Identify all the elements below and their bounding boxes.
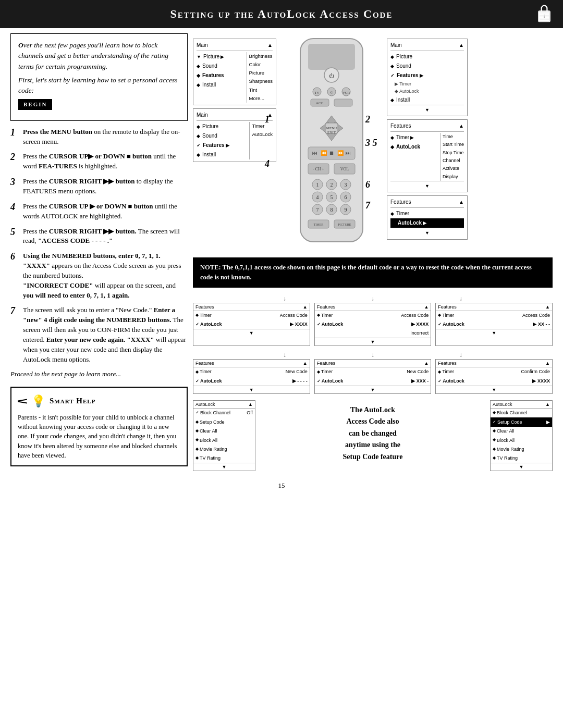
svg-text:TV: TV [314, 91, 319, 95]
svg-text:9: 9 [345, 207, 347, 213]
menu-title-bar-3: Main ▲ [390, 41, 464, 51]
new-code-screen-2: Features ▲ ◆Timer New Code ✓AutoLock ▶ X… [314, 359, 432, 394]
step-label-1: 1 [265, 114, 270, 125]
new-seq-timer-3: ◆Timer Confirm Code [436, 367, 552, 376]
svg-text:⏮: ⏮ [312, 150, 317, 156]
menu-item-install3: ◆Install [390, 95, 464, 105]
new-seq-title-1: Features ▲ [193, 360, 310, 367]
seq-title-3: Features ▲ [436, 303, 552, 311]
menu-title-bar-2: Main ▲ [197, 111, 273, 121]
step-num-2: 2 [10, 152, 21, 162]
svg-text:EXIT: EXIT [327, 130, 336, 134]
menu-screen-2: Main ▲ ◆Picture ◆Sound ✓Featur [193, 108, 276, 162]
autolock-setup-code: ◆Setup Code [193, 417, 255, 426]
seq-item-autolock-1: ✓AutoLock ▶ XXXX [193, 320, 310, 329]
step-text-2: Press the CURSOR UP▶ or DOWN ■ button un… [23, 152, 188, 171]
access-code-screen-3: Features ▲ ◆Timer Access Code ✓AutoLock … [435, 303, 553, 347]
autolock-setup-code-2: ✓Setup Code▶ [491, 417, 552, 426]
svg-text:©: © [330, 91, 333, 95]
svg-text:1: 1 [316, 182, 319, 188]
autolock-menu-1: AutoLock ▲ ✓Block ChannelOff ◆Setup Code… [193, 400, 255, 471]
new-code-screen-sequence: Features ▲ ◆Timer New Code ✓AutoLock ▶ -… [193, 359, 553, 394]
menu-item-install: ◆Install [197, 80, 244, 90]
svg-text:⏹: ⏹ [329, 150, 334, 156]
autolock-block-all-2: ◆Block All [491, 436, 552, 445]
autolock-block-channel: ✓Block ChannelOff [193, 409, 255, 417]
autolock-clear-all-2: ◆Clear All [491, 427, 552, 436]
autolock-clear-all: ◆Clear All [193, 427, 255, 436]
new-seq-autolock-3: ✓AutoLock ▶ XXXX [436, 377, 552, 386]
autolock-menu-2: AutoLock ▲ ◆Block Channel ✓Setup Code▶ ◆… [490, 400, 553, 471]
menu-item-picture3: ◆Picture [390, 52, 464, 61]
menu-screen-1: Main ▲ ▼Picture▶ ◆Sound ◆Featu [193, 39, 276, 105]
menu-screen-3: Main ▲ ◆Picture ◆Sound ✓Features▶ ▶ Time… [387, 39, 468, 116]
step-label-7: 7 [365, 200, 370, 211]
top-right-area: Main ▲ ▼Picture▶ ◆Sound ◆Featu [193, 33, 553, 252]
main-content: Over the next few pages you'll learn how… [0, 28, 563, 476]
step-6: 6 Using the NUMBERED buttons, enter 0, 7… [10, 251, 188, 300]
svg-text:TIMER: TIMER [314, 223, 324, 226]
proceed-text: Proceed to the next page to learn more..… [10, 369, 188, 379]
svg-text:VCR: VCR [342, 91, 350, 95]
autolock-desc-line5: Setup Code feature [343, 451, 403, 463]
note-text: NOTE: The 0,7,1,1 access code shown on t… [200, 264, 532, 281]
step-1: 1 Press the MENU button on the remote to… [10, 127, 188, 147]
svg-text:⏪: ⏪ [321, 150, 327, 156]
step-num-4: 4 [10, 202, 21, 212]
right-column: Main ▲ ▼Picture▶ ◆Sound ◆Featu [193, 33, 553, 471]
step-num-5: 5 [10, 227, 21, 237]
intro-paragraph2: First, let's start by learning how to se… [18, 75, 180, 96]
menu-screen-5: Features ▲ ◆Timer ✓AutoLock▶ ▼ [387, 195, 468, 239]
svg-text:5: 5 [331, 194, 333, 200]
note-box: NOTE: The 0,7,1,1 access code shown on t… [193, 257, 553, 288]
step-num-3: 3 [10, 177, 21, 187]
new-seq-title-2: Features ▲ [315, 360, 431, 367]
autolock-description: The AutoLock Access Code also can be cha… [260, 400, 486, 467]
menu-col-right: Main ▲ ◆Picture ◆Sound ✓Features▶ ▶ Time… [387, 39, 468, 240]
bottom-area: AutoLock ▲ ✓Block ChannelOff ◆Setup Code… [193, 400, 553, 471]
menu-item-sound: ◆Sound [197, 61, 244, 71]
step-text-4: Press the CURSOR UP ▶ or DOWN ■ button u… [23, 202, 188, 221]
step-label-4: 4 [265, 158, 270, 169]
menu-item-timer4: ◆Timer▶ [390, 133, 438, 142]
step-label-3: 3 5 [365, 138, 377, 149]
autolock-block-all: ◆Block All [193, 436, 255, 445]
step-5: 5 Press the CURSOR RIGHT ▶▶ button. The … [10, 227, 188, 246]
svg-text:ACC: ACC [316, 101, 324, 105]
autolock-desc-line2: Access Code also [343, 416, 403, 427]
autolock-desc-line1: The AutoLock [343, 404, 403, 416]
menu-title-bar-5: Features ▲ [390, 198, 464, 208]
smart-help-text: Parents - it isn't possible for your chi… [18, 413, 180, 460]
menu-item-features2: ✓Features▶ [197, 141, 247, 150]
menu-screen-4: Features ▲ ◆Timer▶ ◆AutoLock [387, 119, 468, 192]
seq-item-incorrect: Incorrect [315, 329, 431, 338]
lightbulb-icon: 💡 [31, 393, 45, 410]
seq-item-autolock-2: ✓AutoLock ▶ XXXX [315, 320, 431, 329]
menu-item-features: ◆Features [197, 71, 244, 80]
autolock-movie-rating: ◆Movie Rating [193, 445, 255, 454]
svg-text:- CH +: - CH + [313, 167, 325, 171]
svg-text:6: 6 [345, 194, 347, 200]
remote-container: ⏻ TV © VCR ACC [279, 33, 384, 252]
svg-text:8: 8 [331, 207, 333, 213]
new-code-screen-3: Features ▲ ◆Timer Confirm Code ✓AutoLock… [435, 359, 553, 394]
autolock-block-channel-2: ◆Block Channel [491, 409, 552, 417]
menu-title-bar-1: Main ▲ [197, 41, 273, 51]
page-header: Setting up the AutoLock Access Code [0, 0, 563, 28]
new-seq-timer-1: ◆Timer New Code [193, 367, 310, 376]
steps-container: 1 Press the MENU button on the remote to… [10, 127, 188, 380]
svg-text:PICTURE: PICTURE [338, 223, 351, 226]
step-num-7: 7 [10, 305, 21, 315]
access-code-screen-2: Features ▲ ◆Timer Access Code ✓AutoLock … [314, 303, 432, 347]
seq-title-2: Features ▲ [315, 303, 431, 311]
step-label-6: 6 [365, 179, 370, 190]
step-text-7: The screen will ask you to enter a "New … [23, 305, 188, 364]
zigzag-icon [18, 400, 27, 403]
svg-text:⏻: ⏻ [329, 73, 334, 79]
page-number: 15 [0, 476, 563, 495]
step-7: 7 The screen will ask you to enter a "Ne… [10, 305, 188, 364]
left-column: Over the next few pages you'll learn how… [10, 33, 188, 471]
autolock-tv-rating: ◆TV Rating [193, 454, 255, 463]
page-title: Setting up the AutoLock Access Code [170, 7, 393, 21]
intro-paragraph1: Over the next few pages you'll learn how… [18, 40, 180, 72]
